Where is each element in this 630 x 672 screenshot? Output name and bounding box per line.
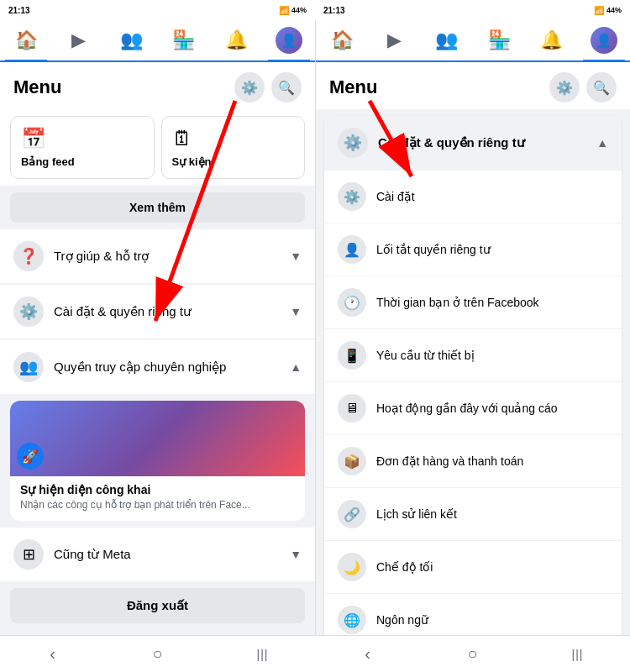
bang-feed-icon: 📅 [21,127,46,150]
section-pro-access[interactable]: 👥 Quyền truy cập chuyên nghiệp ▲ [0,340,315,394]
logout-button[interactable]: Đăng xuất [10,588,305,623]
settings-item-che-do-toi[interactable]: 🌙 Chế độ tối [324,540,622,593]
settings-item-lich-su-label: Lịch sử liên kết [376,507,457,521]
nav-bell[interactable]: 🔔 [210,20,263,60]
pro-access-chevron: ▲ [290,360,302,374]
section-tro-giup[interactable]: ❓ Trợ giúp & hỗ trợ ▼ [0,229,315,283]
meta-icon: ⊞ [13,539,44,570]
left-home-btn[interactable]: ○ [105,644,210,664]
quick-card-bang-feed[interactable]: 📅 Bảng feed [10,116,155,179]
pro-card[interactable]: 🚀 Sự hiện diện công khai Nhận các công c… [10,401,305,521]
right-panel: 🏠 ▶ 👥 🏪 🔔 👤 Menu [315,20,630,635]
right-nav-menu[interactable]: 👤 [578,20,630,60]
right-nav-marketplace[interactable]: 🏪 [473,20,525,60]
section-cai-dat-left: ⚙️ Cài đặt & quyền riêng tư [13,297,192,327]
pro-card-image: 🚀 [10,401,305,476]
pro-card-badge: 🚀 [17,443,44,470]
settings-item-lich-su[interactable]: 🔗 Lịch sử liên kết [324,487,622,540]
right-friends-icon: 👥 [435,29,458,51]
pro-card-desc: Nhận các công cụ hỗ trợ bạn phát triển t… [20,499,295,511]
pro-card-text: Sự hiện diện công khai Nhận các công cụ … [10,476,305,521]
settings-group-header[interactable]: ⚙️ Cài đặt & quyền riêng tư ▲ [324,116,622,170]
see-more-button[interactable]: Xem thêm [10,192,305,223]
settings-item-loi-tat-icon: 👤 [338,235,366,264]
left-menu-header: Menu ⚙️ 🔍 [0,62,315,109]
home-icon: 🏠 [15,29,38,51]
right-nav-video[interactable]: ▶ [368,20,420,60]
search-icon-btn[interactable]: 🔍 [271,72,302,102]
right-menu-scroll: ⚙️ Cài đặt & quyền riêng tư ▲ ⚙️ Cài đặt… [316,109,630,635]
settings-item-loi-tat[interactable]: 👤 Lối tắt quyền riêng tư [324,223,622,276]
right-nav-friends[interactable]: 👥 [421,20,473,60]
settings-item-yeu-cau[interactable]: 📱 Yêu cầu từ thiết bị [324,328,622,381]
cai-dat-chevron: ▼ [290,305,302,318]
settings-item-thoi-gian[interactable]: 🕐 Thời gian bạn ở trên Facebook [324,276,622,328]
left-menu-title: Menu [13,76,61,98]
bottom-nav-row: ‹ ○ ||| ‹ ○ ||| [0,635,630,672]
right-nav-bar: 🏠 ▶ 👥 🏪 🔔 👤 [316,20,630,62]
settings-icon-btn[interactable]: ⚙️ [234,72,265,102]
nav-home[interactable]: 🏠 [0,20,53,60]
nav-menu[interactable]: 👤 [263,20,316,60]
settings-item-loi-tat-label: Lối tắt quyền riêng tư [376,243,491,256]
settings-item-ngon-ngu[interactable]: 🌐 Ngôn ngữ [324,593,622,635]
right-recent-btn[interactable]: ||| [525,648,630,661]
settings-item-yeu-cau-label: Yêu cầu từ thiết bị [376,349,475,362]
left-nav-bar: 🏠 ▶ 👥 🏪 🔔 👤 [0,20,315,62]
settings-item-ngon-ngu-label: Ngôn ngữ [376,613,428,627]
right-menu-header: Menu ⚙️ 🔍 [316,62,630,109]
section-tro-giup-left: ❓ Trợ giúp & hỗ trợ [13,241,149,271]
right-settings-icon-btn[interactable]: ⚙️ [549,72,580,102]
tro-giup-chevron: ▼ [290,249,302,263]
section-meta[interactable]: ⊞ Cũng từ Meta ▼ [0,528,315,581]
nav-marketplace[interactable]: 🏪 [158,20,211,60]
right-nav-bell[interactable]: 🔔 [525,20,577,60]
right-search-icon-btn[interactable]: 🔍 [586,72,617,102]
bang-feed-label: Bảng feed [21,155,75,168]
tro-giup-label: Trợ giúp & hỗ trợ [54,249,149,264]
settings-item-cai-dat[interactable]: ⚙️ Cài đặt [324,170,622,223]
right-marketplace-icon: 🏪 [488,29,511,51]
friends-icon: 👥 [120,29,143,51]
nav-video[interactable]: ▶ [53,20,106,60]
section-meta-left: ⊞ Cũng từ Meta [13,539,131,570]
right-back-btn[interactable]: ‹ [315,644,420,664]
left-status-bar: 21:13 📶 44% [0,0,315,20]
left-recent-btn[interactable]: ||| [210,648,315,661]
section-cai-dat[interactable]: ⚙️ Cài đặt & quyền riêng tư ▼ [0,285,315,339]
settings-item-lich-su-icon: 🔗 [338,500,366,528]
settings-group-icon: ⚙️ [338,128,368,158]
pro-access-icon: 👥 [13,352,44,382]
right-menu-title: Menu [329,76,377,98]
left-status-icons: 📶 44% [279,6,307,15]
nav-friends[interactable]: 👥 [105,20,158,60]
right-bell-icon: 🔔 [540,29,563,51]
pro-access-label: Quyền truy cập chuyên nghiệp [54,360,226,375]
quick-card-su-kien[interactable]: 🗓 Sự kiện [161,116,306,179]
settings-group-header-left: ⚙️ Cài đặt & quyền riêng tư [338,128,525,158]
settings-item-che-do-toi-label: Chế độ tối [376,560,433,574]
left-panel: 🏠 ▶ 👥 🏪 🔔 👤 Menu [0,20,315,635]
pro-card-title: Sự hiện diện công khai [20,483,295,496]
meta-chevron: ▼ [290,548,302,561]
right-nav-home[interactable]: 🏠 [316,20,368,60]
right-bottom-nav: ‹ ○ ||| [315,636,630,672]
left-back-btn[interactable]: ‹ [0,644,105,664]
cai-dat-icon: ⚙️ [13,297,44,327]
tro-giup-icon: ❓ [13,241,44,271]
settings-item-thoi-gian-icon: 🕐 [338,288,366,317]
right-status-bar: 21:13 📶 44% [315,0,630,20]
settings-item-don-dat-hang-icon: 📦 [338,447,366,475]
su-kien-label: Sự kiện [172,155,212,168]
settings-item-cai-dat-icon: ⚙️ [338,182,366,211]
cai-dat-label: Cài đặt & quyền riêng tư [54,304,192,319]
right-avatar: 👤 [591,27,617,54]
quick-links: 📅 Bảng feed 🗓 Sự kiện [0,109,315,186]
settings-item-don-dat-hang[interactable]: 📦 Đơn đặt hàng và thanh toán [324,434,622,487]
right-time: 21:13 [323,6,345,15]
settings-item-hoat-dong-icon: 🖥 [338,394,366,423]
right-home-btn[interactable]: ○ [420,644,525,664]
settings-item-hoat-dong[interactable]: 🖥 Hoạt động gần đây với quảng cáo [324,381,622,434]
avatar: 👤 [276,27,302,54]
settings-group-chevron: ▲ [596,136,608,150]
